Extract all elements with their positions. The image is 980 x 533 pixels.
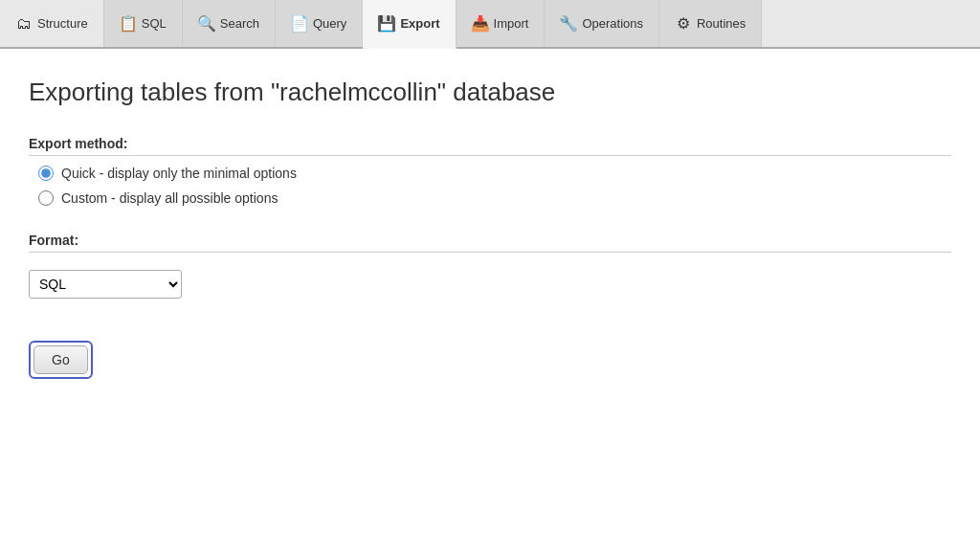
search-icon: 🔍 <box>198 15 215 33</box>
export-method-section: Export method: Quick - display only the … <box>29 136 951 206</box>
tab-operations[interactable]: 🔧 Operations <box>545 0 659 47</box>
structure-icon: 🗂 <box>15 15 33 33</box>
go-button[interactable]: Go <box>33 345 88 374</box>
tab-search-label: Search <box>220 16 259 31</box>
radio-quick-label: Quick - display only the minimal options <box>61 166 297 181</box>
tab-query-label: Query <box>313 16 346 31</box>
tab-query[interactable]: 📄 Query <box>276 0 363 47</box>
tab-routines-label: Routines <box>697 16 746 31</box>
radio-custom-option[interactable]: Custom - display all possible options <box>38 190 951 206</box>
sql-icon: 📋 <box>120 15 137 33</box>
tab-bar: 🗂 Structure 📋 SQL 🔍 Search 📄 Query 💾 Exp… <box>0 0 980 49</box>
format-label: Format: <box>29 233 951 253</box>
tab-structure-label: Structure <box>37 16 88 31</box>
operations-icon: 🔧 <box>560 15 577 33</box>
tab-search[interactable]: 🔍 Search <box>183 0 276 47</box>
tab-sql-label: SQL <box>142 16 167 31</box>
page-title: Exporting tables from "rachelmccollin" d… <box>29 78 951 107</box>
radio-quick-option[interactable]: Quick - display only the minimal options <box>38 166 951 181</box>
tab-sql[interactable]: 📋 SQL <box>104 0 183 47</box>
main-content: Exporting tables from "rachelmccollin" d… <box>0 49 980 533</box>
tab-import-label: Import <box>494 16 529 31</box>
export-icon: 💾 <box>378 15 395 33</box>
import-icon: 📥 <box>472 15 489 33</box>
routines-icon: ⚙ <box>675 15 692 33</box>
tab-operations-label: Operations <box>582 16 643 31</box>
tab-routines[interactable]: ⚙ Routines <box>659 0 762 47</box>
export-method-label: Export method: <box>29 136 951 156</box>
radio-quick-input[interactable] <box>38 166 54 181</box>
tab-export-label: Export <box>400 16 439 31</box>
format-select[interactable]: SQL CSV JSON XML PDF <box>29 270 182 299</box>
radio-custom-label: Custom - display all possible options <box>61 190 278 206</box>
format-section: Format: SQL CSV JSON XML PDF <box>29 233 951 299</box>
tab-structure[interactable]: 🗂 Structure <box>0 0 104 47</box>
export-method-radio-group: Quick - display only the minimal options… <box>29 166 951 206</box>
query-icon: 📄 <box>291 15 308 33</box>
tab-export[interactable]: 💾 Export <box>363 0 456 49</box>
tab-import[interactable]: 📥 Import <box>457 0 546 47</box>
go-button-wrapper: Go <box>29 341 93 379</box>
radio-custom-input[interactable] <box>38 190 54 206</box>
